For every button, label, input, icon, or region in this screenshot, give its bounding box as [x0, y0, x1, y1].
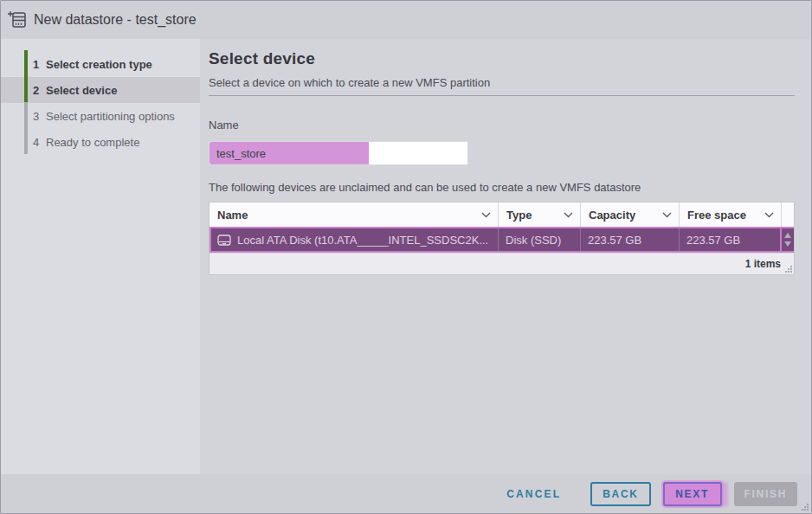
chevron-down-icon[interactable] [764, 212, 774, 218]
finish-button[interactable]: FINISH [734, 482, 797, 506]
step-label: Select device [46, 84, 117, 97]
wizard-step-select-creation-type[interactable]: 1 Select creation type [1, 51, 200, 77]
device-type-cell: Disk (SSD) [499, 228, 581, 251]
wizard-step-ready-to-complete[interactable]: 4 Ready to complete [1, 129, 200, 155]
datastore-name-input[interactable] [209, 142, 467, 164]
name-field-wrap [209, 141, 468, 165]
scroll-down-icon[interactable] [784, 241, 791, 247]
wizard-progress-track [24, 50, 28, 154]
step-label: Ready to complete [46, 136, 139, 149]
column-header-type[interactable]: Type [499, 202, 581, 227]
page-subtitle: Select a device on which to create a new… [209, 76, 795, 89]
table-resize-grip[interactable] [785, 266, 792, 273]
page-title: Select device [209, 49, 795, 68]
wizard-main-panel: Select device Select a device on which t… [200, 39, 812, 476]
device-free-space-cell: 223.57 GB [680, 228, 782, 251]
wizard-steps-sidebar: 1 Select creation type 2 Select device 3… [1, 39, 200, 476]
dialog-resize-grip[interactable] [801, 503, 809, 511]
name-field-label: Name [209, 119, 795, 132]
wizard-step-select-device[interactable]: 2 Select device [1, 77, 200, 103]
column-header-name[interactable]: Name [209, 202, 499, 227]
wizard-step-select-partitioning-options[interactable]: 3 Select partitioning options [1, 103, 200, 129]
column-header-capacity[interactable]: Capacity [581, 202, 680, 227]
new-datastore-dialog: New datastore - test_store 1 Select crea… [0, 0, 812, 514]
step-label: Select partitioning options [46, 110, 175, 123]
datastore-add-icon [7, 9, 29, 31]
scroll-up-icon[interactable] [784, 233, 791, 238]
devices-table-footer: 1 items [209, 253, 794, 274]
chevron-down-icon[interactable] [662, 212, 672, 218]
devices-table: Name Type Capacity Free space [209, 202, 795, 275]
wizard-progress-fill [24, 50, 28, 102]
chevron-down-icon[interactable] [564, 212, 573, 218]
dialog-title-bar: New datastore - test_store [1, 1, 811, 39]
device-row-selected[interactable]: Local ATA Disk (t10.ATA_____INTEL_SSDSC2… [209, 227, 794, 253]
disk-icon [217, 235, 231, 246]
back-button[interactable]: BACK [590, 482, 650, 506]
dialog-footer: CANCEL BACK NEXT FINISH [1, 474, 811, 513]
dialog-title: New datastore - test_store [34, 12, 197, 28]
column-header-free-space[interactable]: Free space [680, 202, 782, 227]
device-capacity-cell: 223.57 GB [581, 228, 680, 251]
device-name-cell: Local ATA Disk (t10.ATA_____INTEL_SSDSC2… [209, 228, 499, 251]
cancel-button[interactable]: CANCEL [496, 482, 571, 506]
step-label: Select creation type [46, 58, 152, 71]
scrollbar-header-spacer [782, 202, 796, 227]
items-count: 1 items [745, 258, 781, 270]
table-scrollbar[interactable] [782, 228, 794, 251]
devices-table-header: Name Type Capacity Free space [209, 202, 794, 227]
next-button[interactable]: NEXT [663, 482, 722, 506]
divider [209, 95, 795, 96]
devices-note: The following devices are unclaimed and … [209, 181, 795, 194]
chevron-down-icon[interactable] [481, 212, 491, 218]
